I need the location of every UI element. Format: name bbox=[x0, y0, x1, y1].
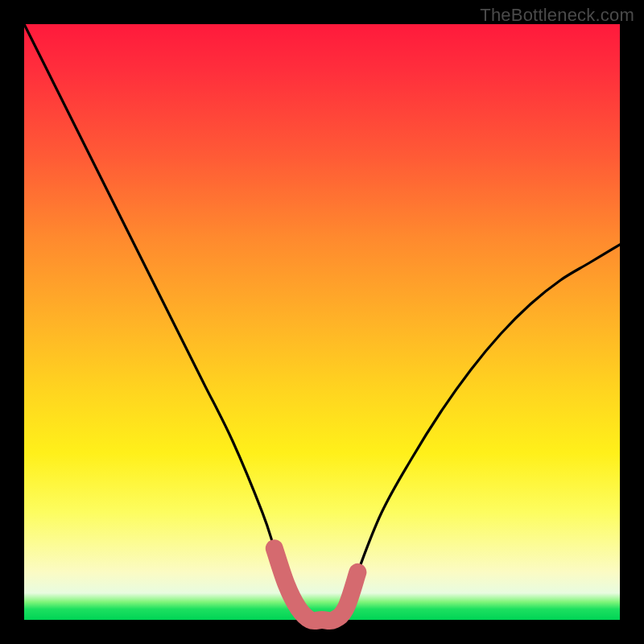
watermark-text: TheBottleneck.com bbox=[480, 5, 634, 26]
bottleneck-curve-svg bbox=[24, 24, 620, 620]
chart-frame: TheBottleneck.com bbox=[0, 0, 644, 644]
highlight-band-path bbox=[275, 548, 358, 621]
bottleneck-curve-path bbox=[24, 24, 620, 621]
gradient-plot-area bbox=[24, 24, 620, 620]
